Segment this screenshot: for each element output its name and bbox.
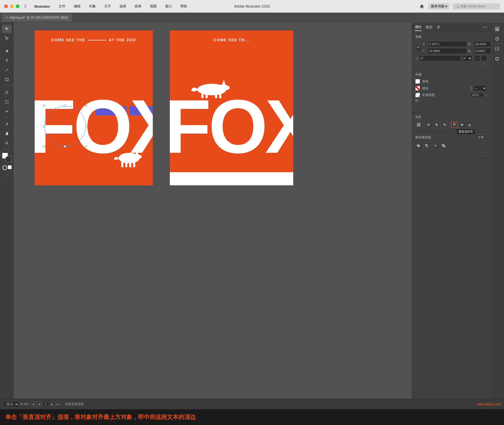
tab-properties[interactable]: 属性 xyxy=(415,24,422,31)
pathfinder-exclude-btn[interactable] xyxy=(440,143,448,149)
stroke-up-btn[interactable]: ▲ xyxy=(469,86,473,88)
tool-selection[interactable] xyxy=(2,25,12,33)
none-fill-icon[interactable] xyxy=(2,165,7,170)
flip-h-icon[interactable] xyxy=(474,55,480,61)
angle-dropdown[interactable]: 0° 90° xyxy=(462,55,472,61)
pathfinder-unite-btn[interactable] xyxy=(415,143,423,149)
transform-reference-grid[interactable] xyxy=(415,44,421,51)
search-placeholder: 搜索 Adobe Stock xyxy=(460,4,485,9)
tab-filename: Aligning.ai* xyxy=(9,16,25,19)
tool-separator-2 xyxy=(3,86,10,86)
menu-type[interactable]: 文字 xyxy=(103,3,113,9)
tool-more-btn[interactable]: ··· xyxy=(5,173,8,178)
fill-swatch[interactable] xyxy=(415,79,420,84)
tool-eyedropper[interactable] xyxy=(2,120,12,128)
tool-pen[interactable] xyxy=(2,47,12,55)
x-input[interactable] xyxy=(428,41,467,47)
tool-scale[interactable] xyxy=(2,98,12,106)
color-swatches[interactable] xyxy=(2,153,12,162)
selection-handle-bm[interactable] xyxy=(64,145,66,148)
stroke-swatch[interactable] xyxy=(415,86,420,91)
fullscreen-button[interactable] xyxy=(16,4,19,8)
opacity-value[interactable]: 100% xyxy=(470,93,484,97)
selection-handle-ml[interactable] xyxy=(43,125,45,127)
fx-label[interactable]: fx. xyxy=(415,98,419,103)
stroke-dropdown[interactable]: — xyxy=(474,85,487,91)
align-top-btn[interactable] xyxy=(451,122,458,128)
svg-rect-26 xyxy=(428,125,429,126)
menu-file[interactable]: 文件 xyxy=(57,3,67,9)
tab-layers[interactable]: 图层 xyxy=(426,24,433,31)
align-more-dots[interactable]: ··· xyxy=(484,123,487,127)
prev-page-btn[interactable]: ◀ xyxy=(37,402,42,407)
selection-handle-mr[interactable] xyxy=(85,125,87,127)
poster2-top-text: COME SEE TH... xyxy=(170,38,293,42)
layers-panel-btn[interactable] xyxy=(492,25,502,33)
align-grid-icon[interactable] xyxy=(415,122,422,128)
o-circle-selection[interactable] xyxy=(44,106,86,146)
home-button[interactable] xyxy=(418,3,426,10)
selection-handle-bl[interactable] xyxy=(43,145,45,148)
color-panel-btn[interactable] xyxy=(492,55,502,63)
tool-hand[interactable] xyxy=(2,129,12,138)
tool-direct-select[interactable] xyxy=(2,34,12,43)
pathfinder-more[interactable]: ··· xyxy=(415,149,487,155)
pathfinder-title: 路径查找器 xyxy=(415,135,431,140)
align-left-btn[interactable] xyxy=(426,122,432,128)
minimize-button[interactable] xyxy=(10,4,14,8)
menu-window[interactable]: 窗口 xyxy=(164,3,174,9)
tool-rotate[interactable] xyxy=(2,88,12,97)
menu-bar:  Illustrator 文件 编辑 对象 文字 选择 效果 视图 窗口 帮助… xyxy=(0,0,504,13)
tab-zoom-info: @ 25.34% (CMYK/GPU 预览) xyxy=(27,15,68,20)
menu-effect[interactable]: 效果 xyxy=(133,3,143,9)
align-bottom-btn[interactable] xyxy=(466,122,473,128)
pathfinder-intersect-btn[interactable] xyxy=(432,143,439,149)
zoom-select[interactable]: 25.34% 50% 100% xyxy=(3,401,19,407)
svg-rect-11 xyxy=(129,162,131,167)
align-center-v-btn[interactable] xyxy=(459,122,465,128)
tool-warp[interactable] xyxy=(2,107,12,116)
tool-zoom[interactable] xyxy=(2,139,12,147)
align-right-btn[interactable] xyxy=(441,122,448,128)
tool-rectangle[interactable] xyxy=(2,75,12,84)
selection-handle-br[interactable] xyxy=(85,145,87,148)
selection-handle-tm[interactable] xyxy=(64,105,66,107)
menu-edit[interactable]: 编辑 xyxy=(72,3,82,9)
tab-close-icon[interactable]: × xyxy=(6,16,8,19)
macz-logo: www.MacZ.com xyxy=(477,402,501,406)
opacity-expand-arrow[interactable]: › xyxy=(486,93,487,97)
stock-search-box[interactable]: 🔍 搜索 Adobe Stock xyxy=(453,3,500,9)
menu-view[interactable]: 视图 xyxy=(148,3,158,9)
fill-indicator[interactable] xyxy=(8,165,12,169)
appearance-more[interactable]: ··· xyxy=(415,104,487,109)
svg-rect-51 xyxy=(443,145,444,146)
transform-more[interactable]: ··· xyxy=(415,61,487,67)
pathfinder-minus-btn[interactable] xyxy=(424,143,431,149)
appearance-panel-btn[interactable] xyxy=(492,35,502,43)
document-tab[interactable]: × Aligning.ai* @ 25.34% (CMYK/GPU 预览) xyxy=(2,14,72,22)
tool-type[interactable]: T xyxy=(2,56,12,65)
tool-line[interactable] xyxy=(2,66,12,74)
css-panel-btn[interactable] xyxy=(492,45,502,53)
align-center-h-btn[interactable] xyxy=(433,122,440,128)
panel-expand-icon[interactable]: >> xyxy=(482,25,487,30)
menu-select[interactable]: 选择 xyxy=(118,3,128,9)
first-page-btn[interactable]: ⏮ xyxy=(31,402,36,407)
close-button[interactable] xyxy=(4,4,8,8)
angle-input[interactable] xyxy=(419,55,461,61)
y-input[interactable] xyxy=(428,48,467,54)
stroke-down-btn[interactable]: ▼ xyxy=(469,88,473,91)
next-page-btn[interactable]: ▶ xyxy=(50,402,55,407)
app-menu-illustrator[interactable]: Illustrator xyxy=(33,4,52,9)
last-page-btn[interactable]: ⏭ xyxy=(55,402,61,407)
workspace-selector[interactable]: 基本功能 ▾ xyxy=(429,3,449,9)
selection-handle-tl[interactable] xyxy=(43,105,45,107)
selection-handle-tr[interactable] xyxy=(85,105,87,107)
background-color[interactable] xyxy=(6,156,12,162)
tab-library[interactable]: 库 xyxy=(437,24,440,31)
flip-v-icon[interactable] xyxy=(481,55,487,61)
pathfinder-expand-btn[interactable]: 扩展 xyxy=(475,134,487,140)
menu-object[interactable]: 对象 xyxy=(87,3,97,9)
menu-help[interactable]: 帮助 xyxy=(179,3,189,9)
page-number[interactable]: 1 xyxy=(43,402,49,407)
